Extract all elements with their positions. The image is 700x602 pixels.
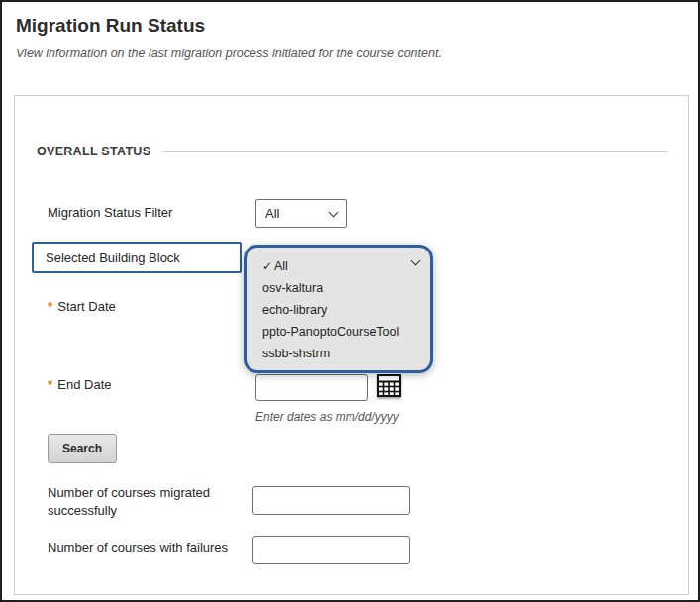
- end-date-input[interactable]: [255, 374, 368, 401]
- courses-migrated-label: Number of courses migrated successfully: [48, 484, 250, 520]
- start-date-row: *Start Date: [48, 299, 116, 314]
- section-divider: [162, 151, 668, 152]
- overall-status-section-header: OVERALL STATUS: [37, 145, 668, 158]
- page-title: Migration Run Status: [16, 15, 205, 37]
- building-block-option[interactable]: ppto-PanoptoCourseTool: [247, 321, 430, 343]
- building-block-option[interactable]: osv-kaltura: [247, 277, 430, 299]
- option-label: All: [274, 259, 288, 273]
- date-format-hint: Enter dates as mm/dd/yyyy: [255, 410, 399, 424]
- calendar-button[interactable]: [375, 371, 403, 401]
- building-block-label-text: Selected Building Block: [46, 251, 180, 265]
- section-title: OVERALL STATUS: [37, 145, 150, 158]
- start-date-label: Start Date: [57, 299, 116, 314]
- option-label: ppto-PanoptoCourseTool: [262, 325, 399, 339]
- page-subtitle: View information on the last migration p…: [16, 47, 442, 60]
- building-block-label[interactable]: Selected Building Block: [32, 242, 242, 273]
- building-block-dropdown: ✓ All osv-kaltura echo-library ppto-Pano…: [244, 245, 433, 373]
- courses-failures-label: Number of courses with failures: [48, 540, 228, 554]
- migration-status-filter-select[interactable]: All: [255, 199, 347, 228]
- chevron-down-icon: [329, 207, 339, 217]
- option-label: osv-kaltura: [262, 281, 323, 295]
- option-label: echo-library: [262, 303, 327, 317]
- required-asterisk: *: [48, 377, 52, 392]
- required-asterisk: *: [48, 299, 52, 314]
- building-block-option[interactable]: echo-library: [247, 299, 430, 321]
- migration-status-filter-label: Migration Status Filter: [48, 205, 172, 220]
- building-block-option[interactable]: ✓ All: [247, 255, 430, 277]
- end-date-label: End Date: [57, 377, 111, 392]
- search-button[interactable]: Search: [48, 434, 117, 463]
- courses-migrated-input[interactable]: [252, 486, 410, 515]
- checkmark-icon: ✓: [262, 259, 274, 273]
- end-date-row: *End Date: [48, 377, 111, 392]
- building-block-option[interactable]: ssbb-shstrm: [247, 343, 430, 364]
- courses-failures-input[interactable]: [252, 536, 410, 564]
- migration-run-status-page: Migration Run Status View information on…: [0, 0, 700, 602]
- migration-status-filter-value: All: [265, 206, 279, 221]
- option-label: ssbb-shstrm: [262, 347, 330, 360]
- calendar-icon: [376, 372, 402, 398]
- content-panel: OVERALL STATUS Migration Status Filter A…: [14, 95, 689, 595]
